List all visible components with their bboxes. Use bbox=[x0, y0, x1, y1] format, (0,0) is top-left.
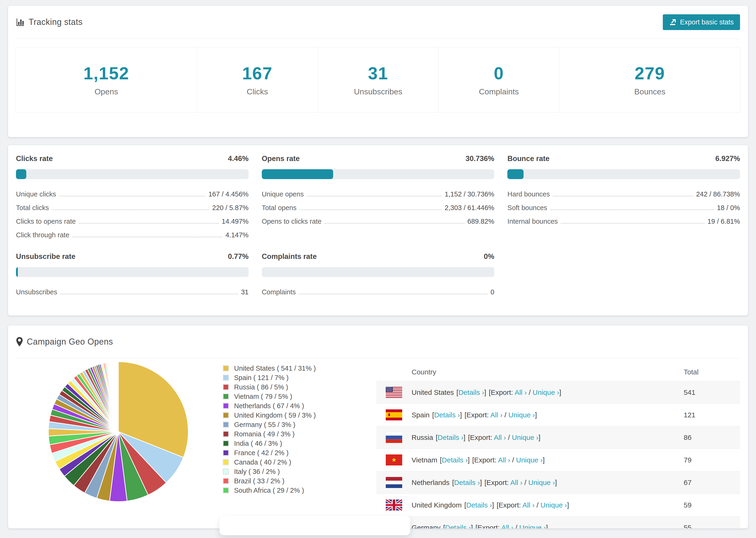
legend-swatch bbox=[223, 365, 229, 371]
legend-item[interactable]: Canada ( 40 / 2% ) bbox=[223, 457, 376, 467]
details-link[interactable]: Details › bbox=[458, 389, 484, 396]
legend-item[interactable]: Germany ( 55 / 3% ) bbox=[223, 420, 376, 429]
geo-opens-card: Campaign Geo Opens United States ( 541 /… bbox=[8, 325, 748, 529]
dotted-leader bbox=[550, 209, 714, 210]
stats-summary-row: 1,152 Opens 167 Clicks 31 Unsubscribes 0… bbox=[16, 47, 740, 112]
rate-row: Total clicks220 / 5.87% bbox=[16, 202, 249, 215]
dotted-leader bbox=[79, 223, 219, 224]
bar-chart-icon bbox=[16, 18, 25, 27]
export-all-link[interactable]: All › bbox=[511, 479, 523, 486]
legend-swatch bbox=[223, 440, 229, 447]
export-unique-link[interactable]: Unique › bbox=[533, 389, 559, 396]
flag-russia-icon bbox=[386, 432, 402, 443]
opens-rate-block: Opens rate 30.736% Unique opens1,152 / 3… bbox=[262, 154, 495, 242]
export-unique-link[interactable]: Unique › bbox=[528, 479, 555, 486]
stat-label: Bounces bbox=[634, 87, 665, 96]
export-all-link[interactable]: All › bbox=[514, 389, 527, 396]
export-all-link[interactable]: All › bbox=[501, 524, 513, 529]
dotted-leader bbox=[299, 294, 487, 295]
flag-netherlands-icon bbox=[386, 477, 402, 488]
legend-item[interactable]: India ( 46 / 3% ) bbox=[223, 439, 376, 448]
table-row: United Kingdom[Details ›][Export: All › … bbox=[376, 494, 740, 516]
legend-item[interactable]: Italy ( 36 / 2% ) bbox=[223, 467, 376, 476]
legend-item[interactable]: South Africa ( 29 / 2% ) bbox=[223, 486, 376, 495]
table-header: Country Total bbox=[376, 363, 740, 381]
details-link[interactable]: Details › bbox=[442, 456, 468, 464]
rate-row: Clicks to opens rate14.497% bbox=[16, 215, 249, 229]
table-row: Germany[Details ›][Export: All › / Uniqu… bbox=[376, 516, 740, 529]
row-total: 541 bbox=[684, 389, 740, 397]
opens-rate-bar bbox=[262, 169, 495, 179]
export-all-link[interactable]: All › bbox=[494, 434, 506, 441]
pie-svg[interactable] bbox=[45, 359, 191, 505]
legend-swatch bbox=[223, 394, 229, 400]
row-total: 86 bbox=[684, 434, 740, 442]
legend-item[interactable]: Russia ( 86 / 5% ) bbox=[223, 382, 376, 392]
geo-pie-chart[interactable] bbox=[16, 358, 214, 529]
dotted-leader bbox=[52, 209, 209, 210]
stat-complaints: 0 Complaints bbox=[438, 47, 559, 112]
legend-swatch bbox=[223, 375, 229, 381]
stat-label: Unsubscribes bbox=[354, 87, 403, 96]
legend-item[interactable]: Vietnam ( 79 / 5% ) bbox=[223, 392, 376, 401]
legend-item[interactable]: Spain ( 121 / 7% ) bbox=[223, 373, 376, 382]
stat-opens: 1,152 Opens bbox=[16, 47, 197, 112]
stat-value: 279 bbox=[635, 63, 665, 83]
stat-label: Clicks bbox=[247, 87, 268, 96]
table-row: Netherlands[Details ›][Export: All › / U… bbox=[376, 471, 740, 494]
rate-title: Clicks rate bbox=[16, 154, 53, 163]
stat-label: Opens bbox=[95, 87, 118, 96]
details-link[interactable]: Details › bbox=[466, 501, 492, 509]
rate-row: Unsubscribes31 bbox=[16, 286, 249, 299]
table-row: Spain[Details ›][Export: All › / Unique … bbox=[376, 404, 740, 426]
details-link[interactable]: Details › bbox=[445, 524, 471, 529]
dotted-leader bbox=[60, 294, 238, 295]
details-link[interactable]: Details › bbox=[454, 479, 480, 486]
legend-swatch bbox=[223, 478, 229, 484]
legend-swatch bbox=[223, 403, 229, 409]
bounce-rate-bar bbox=[507, 169, 740, 179]
stat-unsubscribes: 31 Unsubscribes bbox=[318, 47, 438, 112]
tracking-stats-card: Tracking stats Export basic stats 1,152 … bbox=[8, 5, 748, 137]
clicks-rate-block: Clicks rate 4.46% Unique clicks167 / 4.4… bbox=[16, 154, 249, 242]
export-all-link[interactable]: All › bbox=[498, 456, 510, 464]
chart-tooltip-overlay bbox=[220, 516, 410, 535]
export-icon bbox=[669, 18, 676, 26]
rate-title: Complaints rate bbox=[262, 252, 317, 261]
legend-item[interactable]: Netherlands ( 67 / 4% ) bbox=[223, 401, 376, 410]
legend-item[interactable]: United States ( 541 / 31% ) bbox=[223, 364, 376, 373]
row-total: 55 bbox=[684, 524, 740, 529]
legend-item[interactable]: France ( 42 / 2% ) bbox=[223, 448, 376, 457]
rate-title: Bounce rate bbox=[507, 154, 549, 163]
table-row: Russia[Details ›][Export: All › / Unique… bbox=[376, 426, 740, 449]
details-link[interactable]: Details › bbox=[434, 411, 460, 419]
stat-value: 1,152 bbox=[83, 63, 129, 83]
details-link[interactable]: Details › bbox=[438, 434, 463, 441]
stat-value: 167 bbox=[242, 63, 272, 83]
table-row: United States[Details ›][Export: All › /… bbox=[376, 381, 740, 404]
export-unique-link[interactable]: Unique › bbox=[540, 501, 567, 509]
rate-row: Unique opens1,152 / 30.736% bbox=[262, 188, 495, 202]
export-unique-link[interactable]: Unique › bbox=[519, 524, 546, 529]
export-all-link[interactable]: All › bbox=[522, 501, 535, 509]
rate-percent: 0% bbox=[484, 252, 495, 261]
legend-swatch bbox=[223, 487, 229, 493]
flag-united-kingdom-icon bbox=[386, 500, 402, 511]
legend-item[interactable]: United Kingdom ( 59 / 3% ) bbox=[223, 410, 376, 420]
export-unique-link[interactable]: Unique › bbox=[508, 411, 535, 419]
row-total: 67 bbox=[684, 479, 740, 487]
page-title: Tracking stats bbox=[28, 17, 82, 27]
dotted-leader bbox=[299, 209, 442, 210]
legend-swatch bbox=[223, 431, 229, 437]
export-unique-link[interactable]: Unique › bbox=[516, 456, 543, 464]
export-unique-link[interactable]: Unique › bbox=[512, 434, 538, 441]
legend-item[interactable]: Romania ( 49 / 3% ) bbox=[223, 429, 376, 439]
legend-item[interactable]: Brazil ( 33 / 2% ) bbox=[223, 476, 376, 486]
stat-value: 0 bbox=[494, 63, 504, 83]
rate-row: Unique clicks167 / 4.456% bbox=[16, 188, 249, 202]
rate-row: Opens to clicks rate689.82% bbox=[262, 215, 495, 229]
export-all-link[interactable]: All › bbox=[490, 411, 503, 419]
dotted-leader bbox=[553, 196, 693, 196]
export-basic-stats-button[interactable]: Export basic stats bbox=[663, 14, 740, 30]
dotted-leader bbox=[324, 223, 464, 224]
